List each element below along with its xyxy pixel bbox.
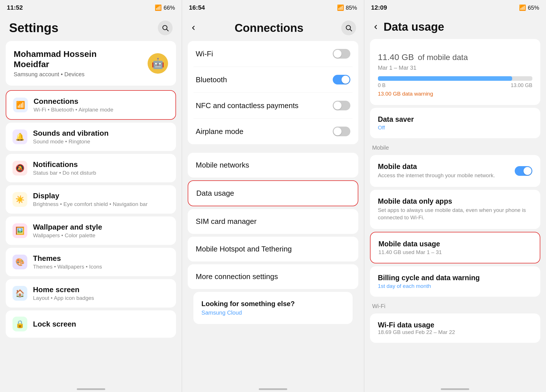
conn-item-mobile-networks[interactable]: Mobile networks	[188, 153, 358, 178]
mobile-data-toggle[interactable]	[515, 166, 532, 176]
settings-item-wallpaper-and-style[interactable]: 🖼️ Wallpaper and style Wallpapers • Colo…	[6, 216, 176, 245]
search-button-p2[interactable]	[341, 20, 356, 35]
battery-p1: 66%	[164, 5, 175, 11]
item-title-2: Notifications	[33, 160, 96, 169]
settings-item-sounds-and-vibration[interactable]: 🔔 Sounds and vibration Sound mode • Ring…	[6, 123, 176, 151]
wifi-data-usage-title: Wi-Fi data usage	[378, 321, 532, 329]
mobile-data-usage-item[interactable]: Mobile data usage 11.40 GB used Mar 1 – …	[370, 232, 540, 263]
conn-item-bluetooth[interactable]: Bluetooth	[188, 67, 358, 92]
item-text-0: Connections Wi-Fi • Bluetooth • Airplane…	[34, 97, 113, 113]
connections-title: Connections	[235, 22, 303, 34]
data-saver-item[interactable]: Data saver Off	[370, 108, 540, 138]
mobile-data-usage-title: Mobile data usage	[379, 240, 532, 248]
conn-group-1: Wi-FiBluetoothNFC and contactless paymen…	[188, 41, 358, 144]
item-icon-2: 🔕	[13, 161, 27, 176]
item-title-5: Themes	[33, 254, 102, 263]
item-icon-1: 🔔	[13, 129, 27, 144]
billing-item[interactable]: Billing cycle and data warning 1st day o…	[370, 266, 540, 297]
profile-card[interactable]: Mohammad Hossein Moeidfar Samsung accoun…	[6, 41, 176, 86]
home-indicator-p3	[441, 388, 469, 390]
settings-item-home-screen[interactable]: 🏠 Home screen Layout • App icon badges	[6, 279, 176, 308]
back-button-p2[interactable]	[190, 24, 197, 31]
connections-header: Connections	[182, 14, 364, 41]
item-sub-6: Layout • App icon badges	[33, 295, 94, 301]
battery-p2: 85%	[346, 5, 357, 11]
time-p3: 12:09	[371, 4, 387, 11]
home-indicator-p2	[259, 388, 287, 390]
toggle-0[interactable]	[333, 49, 350, 59]
item-title-0: Connections	[34, 97, 113, 106]
toggle-3[interactable]	[333, 127, 350, 136]
settings-item-connections[interactable]: 📶 Connections Wi-Fi • Bluetooth • Airpla…	[6, 90, 176, 120]
section-wifi-label: Wi-Fi	[370, 300, 540, 311]
conn-item-more-connection-settings[interactable]: More connection settings	[188, 264, 358, 289]
bottom-bar-p2	[182, 388, 364, 392]
settings-item-themes[interactable]: 🎨 Themes Themes • Wallpapers • Icons	[6, 248, 176, 276]
item-text-6: Home screen Layout • App icon badges	[33, 285, 94, 301]
signal-icon-p3: 📶	[519, 4, 526, 11]
conn-item-mobile-hotspot-and-tethering[interactable]: Mobile Hotspot and Tethering	[188, 237, 358, 261]
conn-label-1: Bluetooth	[196, 75, 227, 84]
item-sub-3: Brightness • Eye comfort shield • Naviga…	[33, 201, 148, 207]
conn-item-wi-fi[interactable]: Wi-Fi	[188, 41, 358, 67]
toggle-2[interactable]	[333, 101, 350, 110]
data-usage-panel: 12:09 📶 65% Data usage 11.40 GB of mobil…	[364, 0, 546, 392]
billing-sub: 1st day of each month	[378, 283, 532, 289]
profile-name-line1: Mohammad Hossein Moeidfar	[14, 49, 97, 69]
settings-item-lock-screen[interactable]: 🔒 Lock screen	[6, 310, 176, 338]
data-period: Mar 1 – Mar 31	[378, 65, 532, 71]
toggle-1[interactable]	[333, 75, 350, 84]
mobile-data-title: Mobile data	[378, 162, 495, 171]
settings-panel: 11:52 📶 66% Settings Mohammad Hossein Mo…	[0, 0, 182, 392]
looking-sub: Samsung Cloud	[201, 310, 344, 316]
battery-p3: 65%	[528, 5, 539, 11]
conn-label-4: Mobile networks	[196, 161, 249, 170]
data-amount: 11.40 GB of mobile data	[378, 47, 532, 63]
item-text-3: Display Brightness • Eye comfort shield …	[33, 191, 148, 207]
mobile-data-only-apps-item[interactable]: Mobile data only apps Set apps to always…	[370, 190, 540, 229]
item-sub-5: Themes • Wallpapers • Icons	[33, 264, 102, 270]
settings-item-notifications[interactable]: 🔕 Notifications Status bar • Do not dist…	[6, 154, 176, 182]
status-icons-p3: 📶 65%	[519, 4, 539, 11]
connections-panel: 16:54 📶 85% Connections Wi-FiBluetoothNF…	[182, 0, 364, 392]
conn-label-7: Mobile Hotspot and Tethering	[196, 245, 292, 253]
looking-card[interactable]: Looking for something else? Samsung Clou…	[193, 292, 352, 324]
profile-info: Mohammad Hossein Moeidfar Samsung accoun…	[14, 49, 97, 78]
data-usage-title: Data usage	[384, 20, 444, 33]
status-bar-p2: 16:54 📶 85%	[182, 0, 364, 14]
bar-label-left: 0 B	[378, 82, 386, 88]
mobile-data-text: Mobile data Access the internet through …	[378, 162, 495, 180]
settings-list: 📶 Connections Wi-Fi • Bluetooth • Airpla…	[0, 90, 182, 388]
conn-item-airplane-mode[interactable]: Airplane mode	[188, 119, 358, 144]
wifi-data-usage-item[interactable]: Wi-Fi data usage 18.69 GB used Feb 22 – …	[370, 313, 540, 343]
mobile-data-usage-sub: 11.40 GB used Mar 1 – 31	[379, 249, 532, 255]
item-text-7: Lock screen	[33, 320, 76, 329]
conn-item-data-usage[interactable]: Data usage	[188, 180, 358, 206]
mobile-data-item[interactable]: Mobile data Access the internet through …	[370, 155, 540, 187]
conn-item-wrapper-4: Mobile networks	[188, 153, 358, 178]
back-button-p3[interactable]	[372, 24, 379, 30]
time-p1: 11:52	[7, 4, 23, 11]
conn-item-sim-card-manager[interactable]: SIM card manager	[188, 209, 358, 234]
status-icons-p1: 📶 66%	[155, 4, 175, 11]
item-icon-4: 🖼️	[13, 223, 27, 238]
item-title-3: Display	[33, 191, 148, 200]
item-text-2: Notifications Status bar • Do not distur…	[33, 160, 96, 176]
signal-icon-p2: 📶	[337, 4, 344, 11]
search-button[interactable]	[158, 20, 173, 35]
item-icon-6: 🏠	[13, 286, 27, 301]
conn-item-nfc-and-contactless-payments[interactable]: NFC and contactless payments	[188, 93, 358, 118]
section-mobile-label: Mobile	[370, 141, 540, 152]
item-sub-2: Status bar • Do not disturb	[33, 170, 96, 176]
conn-label-2: NFC and contactless payments	[196, 101, 298, 110]
conn-label-6: SIM card manager	[196, 217, 257, 226]
settings-item-display[interactable]: ☀️ Display Brightness • Eye comfort shie…	[6, 185, 176, 214]
settings-header: Settings	[0, 14, 182, 41]
looking-title: Looking for something else?	[201, 300, 344, 308]
conn-item-wrapper-6: SIM card manager	[188, 209, 358, 234]
billing-title: Billing cycle and data warning	[378, 274, 532, 282]
data-warning: 13.00 GB data warning	[378, 91, 532, 97]
item-icon-5: 🎨	[13, 255, 27, 269]
data-amount-suffix: of mobile data	[418, 53, 468, 62]
mobile-data-row: Mobile data Access the internet through …	[378, 162, 532, 180]
